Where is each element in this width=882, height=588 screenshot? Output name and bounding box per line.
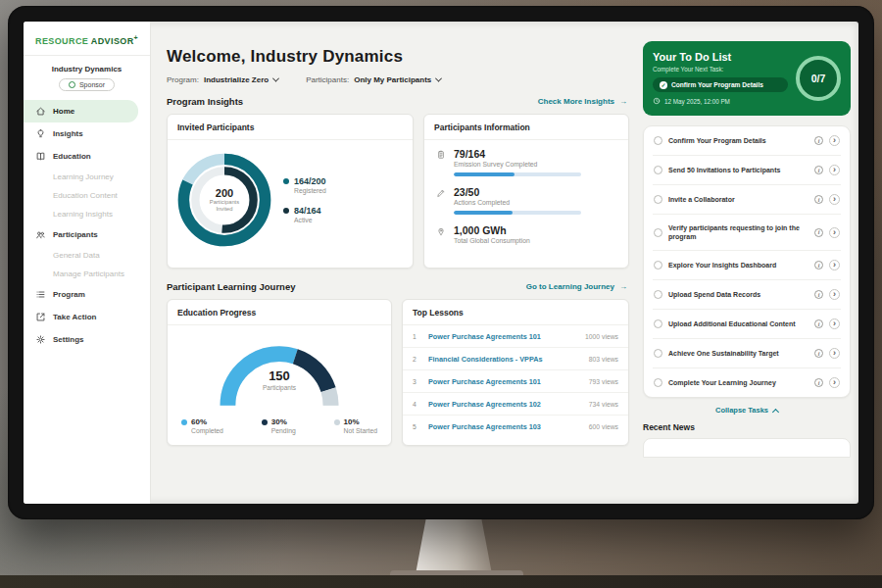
todo-title: Your To Do List xyxy=(653,51,788,63)
next-task-pill[interactable]: ✓ Confirm Your Program Details xyxy=(653,77,788,92)
task-checkbox[interactable] xyxy=(654,319,662,328)
task-item[interactable]: Upload Additional Educational Contenti› xyxy=(653,310,841,339)
todo-progress-ring: 0/7 xyxy=(796,56,841,101)
chevron-down-icon xyxy=(435,75,442,82)
task-checkbox[interactable] xyxy=(654,378,662,387)
sidebar-item-learning-journey[interactable]: Learning Journey xyxy=(24,168,150,186)
sidebar-item-education-content[interactable]: Education Content xyxy=(24,186,150,205)
chevron-right-icon[interactable]: › xyxy=(829,260,840,270)
actions-icon xyxy=(436,188,446,198)
task-label: Upload Additional Educational Content xyxy=(668,319,808,328)
lesson-link[interactable]: Power Purchase Agreements 101 xyxy=(428,332,578,341)
info-icon[interactable]: i xyxy=(814,228,823,237)
sidebar-item-participants[interactable]: Participants xyxy=(24,223,150,246)
lesson-rank: 4 xyxy=(413,401,421,408)
stats-list: 79/164Emission Survey Completed23/50Acti… xyxy=(424,140,628,246)
chevron-right-icon[interactable]: › xyxy=(829,318,840,329)
lesson-rank: 1 xyxy=(413,333,421,340)
stat-label: Emission Survey Completed xyxy=(454,161,581,168)
sidebar-item-label: Settings xyxy=(53,335,84,344)
info-icon[interactable]: i xyxy=(814,349,823,358)
task-checkbox[interactable] xyxy=(654,261,662,270)
home-icon xyxy=(35,106,46,117)
chevron-right-icon[interactable]: › xyxy=(829,135,840,146)
top-lessons-card: Top Lessons 1Power Purchase Agreements 1… xyxy=(402,299,629,446)
learning-journey-cards: Education Progress 150 Participants xyxy=(167,299,629,446)
donut-center-label: Participants Invited xyxy=(204,199,245,213)
recent-news-heading: Recent News xyxy=(643,422,851,432)
chevron-right-icon[interactable]: › xyxy=(829,377,840,388)
legend-dot xyxy=(334,419,340,425)
lesson-row: 2Financial Considerations - VPPAs803 vie… xyxy=(403,348,628,370)
task-checkbox[interactable] xyxy=(654,228,662,237)
task-checkbox[interactable] xyxy=(654,166,662,174)
logo-text-resource: RESOURCE xyxy=(35,36,88,46)
task-item[interactable]: Verify participants requesting to join t… xyxy=(653,215,841,251)
sponsor-label: Sponsor xyxy=(79,81,105,88)
info-icon[interactable]: i xyxy=(814,195,823,204)
task-item[interactable]: Upload Spend Data Recordsi› xyxy=(653,280,841,310)
sidebar-item-take-action[interactable]: Take Action xyxy=(24,306,150,328)
participants-filter-dropdown[interactable]: Participants:Only My Participants xyxy=(306,75,441,84)
lesson-link[interactable]: Power Purchase Agreements 103 xyxy=(428,422,582,431)
program-insights-cards: Invited Participants 200 xyxy=(167,114,629,269)
stat-row: 23/50Actions Completed xyxy=(424,178,628,217)
chevron-right-icon[interactable]: › xyxy=(829,165,840,175)
program-filter-dropdown[interactable]: Program:Industrialize Zero xyxy=(167,75,278,84)
lessons-list: 1Power Purchase Agreements 1011000 views… xyxy=(403,325,628,437)
page-title: Welcome, Industry Dynamics xyxy=(167,47,629,67)
lesson-views: 734 views xyxy=(589,401,618,408)
task-checkbox[interactable] xyxy=(654,136,662,145)
org-name: Industry Dynamics xyxy=(24,65,150,74)
check-more-insights-link[interactable]: Check More Insights → xyxy=(538,97,627,106)
task-item[interactable]: Achieve One Sustainability Targeti› xyxy=(653,339,841,368)
info-icon[interactable]: i xyxy=(814,378,823,387)
sidebar-item-insights[interactable]: Insights xyxy=(24,122,150,145)
info-icon[interactable]: i xyxy=(814,136,823,145)
lesson-link[interactable]: Power Purchase Agreements 102 xyxy=(428,400,582,409)
info-icon[interactable]: i xyxy=(814,166,823,174)
section-title: Program Insights xyxy=(167,96,243,107)
sponsor-badge[interactable]: Sponsor xyxy=(59,78,115,91)
legend-dot xyxy=(283,178,289,184)
sidebar-item-learning-insights[interactable]: Learning Insights xyxy=(24,205,150,223)
sidebar-item-program[interactable]: Program xyxy=(24,283,150,306)
info-icon[interactable]: i xyxy=(814,319,823,328)
arrow-right-icon: → xyxy=(619,282,627,291)
stat-row: 79/164Emission Survey Completed xyxy=(424,140,628,178)
sidebar-item-manage-participants[interactable]: Manage Participants xyxy=(24,265,150,283)
filter-value: Industrialize Zero xyxy=(204,75,269,84)
go-to-learning-journey-link[interactable]: Go to Learning Journey → xyxy=(526,282,627,291)
legend-dot xyxy=(283,208,289,214)
info-icon[interactable]: i xyxy=(814,290,823,299)
sidebar-item-home[interactable]: Home xyxy=(24,100,138,122)
info-icon[interactable]: i xyxy=(814,261,823,270)
sidebar-item-general-data[interactable]: General Data xyxy=(24,246,150,265)
sidebar-item-label: Manage Participants xyxy=(53,270,124,278)
chevron-right-icon[interactable]: › xyxy=(829,227,840,238)
task-item[interactable]: Send 50 Invitations to Participantsi› xyxy=(653,156,841,185)
task-item[interactable]: Invite a Collaboratori› xyxy=(653,185,841,215)
sidebar-item-education[interactable]: Education xyxy=(24,145,150,168)
gauge-center-value: 150 xyxy=(206,368,353,383)
chevron-down-icon xyxy=(272,75,279,82)
todo-subtitle: Complete Your Next Task: xyxy=(653,66,788,73)
chevron-right-icon[interactable]: › xyxy=(829,194,840,205)
lesson-row: 5Power Purchase Agreements 103600 views xyxy=(403,416,628,437)
task-item[interactable]: Confirm Your Program Detailsi› xyxy=(653,126,841,156)
section-title: Participant Learning Journey xyxy=(167,281,295,292)
task-checkbox[interactable] xyxy=(654,349,662,358)
chevron-right-icon[interactable]: › xyxy=(829,289,840,300)
collapse-tasks-link[interactable]: Collapse Tasks xyxy=(643,406,851,415)
lesson-link[interactable]: Financial Considerations - VPPAs xyxy=(428,355,582,364)
chevron-right-icon[interactable]: › xyxy=(829,348,840,359)
lesson-rank: 5 xyxy=(413,423,421,430)
task-item[interactable]: Explore Your Insights Dashboardi› xyxy=(653,251,841,280)
lesson-link[interactable]: Power Purchase Agreements 101 xyxy=(428,377,582,386)
task-label: Complete Your Learning Journey xyxy=(668,378,808,387)
task-checkbox[interactable] xyxy=(654,195,662,204)
task-checkbox[interactable] xyxy=(654,290,662,299)
task-item[interactable]: Complete Your Learning Journeyi› xyxy=(653,368,841,397)
program-insights-header: Program Insights Check More Insights → xyxy=(167,96,627,107)
sidebar-item-settings[interactable]: Settings xyxy=(24,328,150,351)
